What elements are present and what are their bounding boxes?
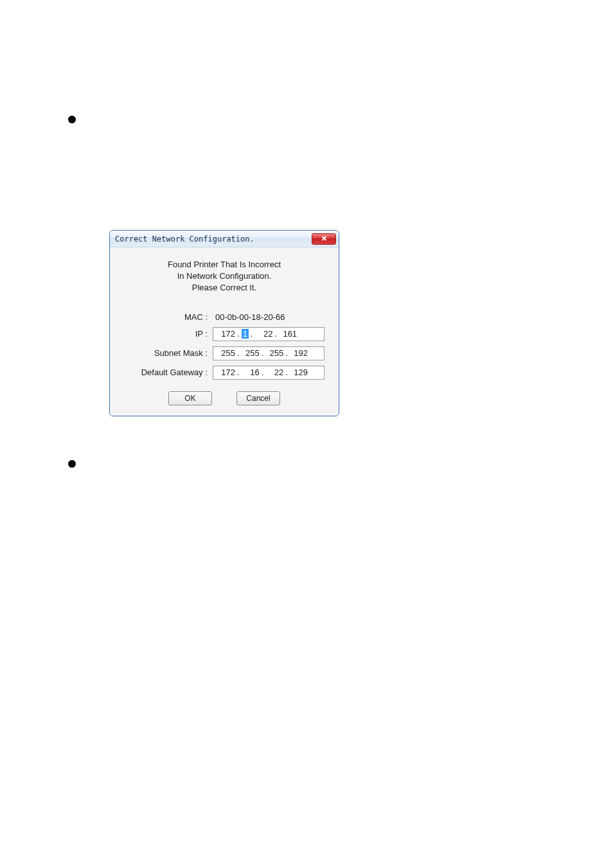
- dialog-message: Found Printer That Is Incorrect In Netwo…: [123, 259, 326, 294]
- subnet-input[interactable]: 255 . 255 . 255 . 192: [213, 346, 324, 360]
- dialog-titlebar: Correct Network Configuration. ✕: [110, 231, 339, 247]
- ip-separator: .: [283, 368, 290, 377]
- ip-octet: 255: [217, 348, 235, 358]
- ip-separator: .: [260, 348, 266, 358]
- subnet-label: Subnet Mask :: [123, 348, 213, 358]
- gateway-input[interactable]: 172 . 16 . 22 . 129: [213, 366, 324, 380]
- ip-octet: 161: [279, 329, 297, 339]
- gateway-label: Default Gateway :: [123, 368, 213, 377]
- message-line: In Network Configuration.: [123, 270, 326, 282]
- ip-octet-selected: 1: [242, 329, 249, 339]
- ip-octet: 172: [217, 329, 235, 339]
- ip-octet: 192: [290, 348, 308, 358]
- ip-label: IP :: [123, 329, 213, 339]
- button-row: OK Cancel: [123, 391, 326, 405]
- gateway-row: Default Gateway : 172 . 16 . 22 . 129: [123, 366, 326, 380]
- bullet-marker: [68, 116, 76, 123]
- mac-row: MAC : 00-0b-00-18-20-66: [123, 312, 326, 322]
- close-button[interactable]: ✕: [312, 233, 336, 245]
- ip-octet: 16: [242, 368, 260, 377]
- ip-octet: 255: [242, 348, 260, 358]
- mac-value: 00-0b-00-18-20-66: [213, 312, 285, 322]
- dialog-body: Found Printer That Is Incorrect In Netwo…: [110, 247, 339, 416]
- mac-label: MAC :: [123, 312, 213, 322]
- message-line: Found Printer That Is Incorrect: [123, 259, 326, 270]
- ip-separator: .: [235, 329, 242, 339]
- ip-octet: 129: [290, 368, 308, 377]
- subnet-row: Subnet Mask : 255 . 255 . 255 . 192: [123, 346, 326, 360]
- network-config-dialog: Correct Network Configuration. ✕ Found P…: [109, 230, 339, 416]
- ok-button[interactable]: OK: [168, 391, 212, 405]
- ip-input[interactable]: 172 . 1 . 22 . 161: [213, 327, 324, 341]
- dialog-title: Correct Network Configuration.: [115, 235, 312, 244]
- ip-octet: 22: [254, 329, 272, 339]
- ip-octet: 22: [265, 368, 283, 377]
- ip-separator: .: [249, 329, 255, 339]
- bullet-marker: [68, 460, 76, 468]
- ip-separator: .: [283, 348, 290, 358]
- ip-separator: .: [272, 329, 279, 339]
- ip-octet: 255: [265, 348, 283, 358]
- close-icon: ✕: [321, 235, 327, 242]
- ip-separator: .: [260, 368, 266, 377]
- ip-octet: 172: [217, 368, 235, 377]
- cancel-button[interactable]: Cancel: [236, 391, 280, 405]
- ip-separator: .: [235, 348, 242, 358]
- message-line: Please Correct It.: [123, 282, 326, 294]
- ip-separator: .: [235, 368, 242, 377]
- ip-row: IP : 172 . 1 . 22 . 161: [123, 327, 326, 341]
